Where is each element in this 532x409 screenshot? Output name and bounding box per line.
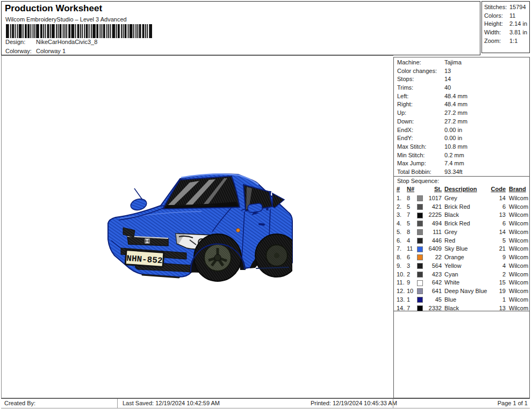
stop-num: 3. — [397, 211, 407, 218]
machine-info-label: EndX: — [397, 127, 413, 133]
design-stat-row: Width:3.81 in — [484, 29, 529, 38]
thread-brand: Wilcom — [506, 296, 529, 303]
stop-num: 8. — [397, 254, 407, 260]
thread-brand: Wilcom — [506, 195, 529, 201]
thread-code: 21 — [490, 245, 506, 252]
stop-sequence-row: 13.145Blue1Wilcom — [394, 295, 529, 304]
stitch-count: 421 — [426, 203, 442, 210]
stop-sequence-table: 1.81017Grey14Wilcom2.5421Brick Red6Wilco… — [394, 194, 529, 312]
machine-info-label: Color changes: — [397, 68, 437, 74]
col-st: St. — [417, 186, 442, 192]
design-stat-label: Zoom: — [484, 38, 501, 44]
design-stat-label: Height: — [484, 20, 503, 27]
design-stat-label: Colors: — [484, 12, 503, 19]
col-num: # — [397, 186, 407, 192]
production-worksheet-page: Production Worksheet Wilcom EmbroiderySt… — [0, 0, 532, 409]
thread-code: 19 — [490, 288, 506, 294]
stop-sequence-row: 6.4446Red5Wilcom — [394, 236, 529, 245]
thread-color-swatch-icon — [417, 280, 423, 286]
design-value: NikeCarHondaCivic3_8 — [36, 39, 97, 45]
stop-sequence-row: 3.72225Black13Wilcom — [394, 211, 529, 220]
colorway-row: Colorway:Colorway 1 — [5, 48, 66, 54]
stop-sequence-row: 7.116409Sky Blue21Wilcom — [394, 245, 529, 253]
stop-sequence-row: 1.81017Grey14Wilcom — [394, 194, 529, 202]
footer-bar: Created By: Last Saved: 12/19/2024 10:42… — [1, 398, 530, 408]
design-row: Design:NikeCarHondaCivic3_8 — [5, 39, 97, 45]
thread-brand: Wilcom — [506, 245, 529, 252]
design-canvas: NHN-852 — [1, 55, 393, 398]
thread-code: 2 — [490, 271, 506, 277]
machine-info-row: Max Jump:7.4 mm — [397, 160, 529, 169]
stop-sequence-header: # N# St. Description Code Brand — [394, 186, 529, 192]
machine-info-value: 13 — [444, 68, 451, 74]
thread-swatch — [417, 195, 426, 202]
thread-brand: Wilcom — [506, 203, 529, 210]
colorway-label: Colorway: — [5, 48, 36, 54]
needle-num: 6 — [407, 254, 417, 260]
machine-info-row: Trims:40 — [397, 84, 529, 93]
design-stat-row: Height:2.14 in — [484, 20, 529, 29]
machine-info-value: 0.00 in — [444, 135, 462, 141]
side-marker — [236, 229, 240, 232]
thread-description: Orange — [442, 254, 490, 260]
stitch-count: 2332 — [426, 305, 442, 311]
thread-description: Blue — [442, 296, 490, 303]
thread-color-swatch-icon — [417, 288, 423, 294]
machine-info-label: Machine: — [397, 59, 421, 65]
machine-info-row: Max Stitch:10.8 mm — [397, 143, 529, 152]
stop-num: 5. — [397, 229, 407, 235]
machine-panel: Machine:TajimaColor changes:13Stops:14Tr… — [393, 57, 530, 398]
machine-info-label: Up: — [397, 109, 406, 116]
thread-code: 1 — [490, 296, 506, 303]
design-stat-value: 15794 — [509, 4, 526, 10]
thread-brand: Wilcom — [506, 229, 529, 235]
thread-swatch — [417, 237, 426, 244]
needle-num: 3 — [407, 262, 417, 269]
col-brand: Brand — [506, 186, 529, 192]
stop-num: 2. — [397, 203, 407, 210]
machine-info-label: Total Bobbin: — [397, 169, 432, 175]
thread-code: 14 — [490, 195, 506, 201]
stop-num: 14. — [397, 305, 407, 311]
machine-info-value: 27.2 mm — [444, 118, 468, 125]
header-box: Production Worksheet Wilcom EmbroiderySt… — [1, 1, 480, 55]
design-stat-row: Zoom:1:1 — [484, 38, 529, 46]
needle-num: 8 — [407, 195, 417, 201]
machine-info-value: 48.4 mm — [444, 101, 468, 107]
thread-description: Sky Blue — [442, 245, 490, 252]
panel-divider-bottom — [394, 311, 529, 311]
embroidered-car-design: NHN-852 — [2, 56, 394, 399]
machine-info-label: Max Jump: — [397, 160, 426, 166]
thread-description: Black — [442, 305, 490, 311]
thread-color-swatch-icon — [417, 213, 423, 218]
thread-color-swatch-icon — [417, 238, 423, 244]
machine-info-row: Down:27.2 mm — [397, 118, 529, 127]
thread-code: 13 — [490, 305, 506, 311]
thread-brand: Wilcom — [506, 211, 529, 218]
thread-brand: Wilcom — [506, 305, 529, 311]
machine-info-label: Right: — [397, 101, 413, 107]
machine-info-row: Min Stitch:0.2 mm — [397, 152, 529, 160]
stop-sequence-row: 2.5421Brick Red6Wilcom — [394, 202, 529, 211]
machine-info-value: 27.2 mm — [444, 109, 468, 116]
machine-info-label: Down: — [397, 118, 414, 125]
thread-description: Brick Red — [442, 203, 490, 210]
machine-info-value: 14 — [444, 76, 451, 82]
machine-info-row: Color changes:13 — [397, 68, 529, 76]
stop-num: 13. — [397, 296, 407, 303]
col-description: Description — [442, 186, 490, 192]
thread-color-swatch-icon — [417, 272, 423, 277]
stitch-count: 1017 — [426, 195, 442, 201]
thread-description: Brick Red — [442, 220, 490, 227]
machine-info-value: 0.2 mm — [444, 152, 464, 158]
needle-num: 5 — [407, 220, 417, 227]
thread-code: 15 — [490, 279, 506, 286]
stop-sequence-row: 10.2423Cyan2Wilcom — [394, 270, 529, 279]
stop-sequence-row: 11.9642White15Wilcom — [394, 279, 529, 287]
stop-num: 11. — [397, 279, 407, 286]
thread-description: Red — [442, 237, 490, 244]
machine-info-label: EndY: — [397, 135, 413, 141]
thread-swatch — [417, 279, 426, 286]
thread-color-swatch-icon — [417, 246, 423, 252]
machine-info-value: 7.4 mm — [444, 160, 464, 166]
